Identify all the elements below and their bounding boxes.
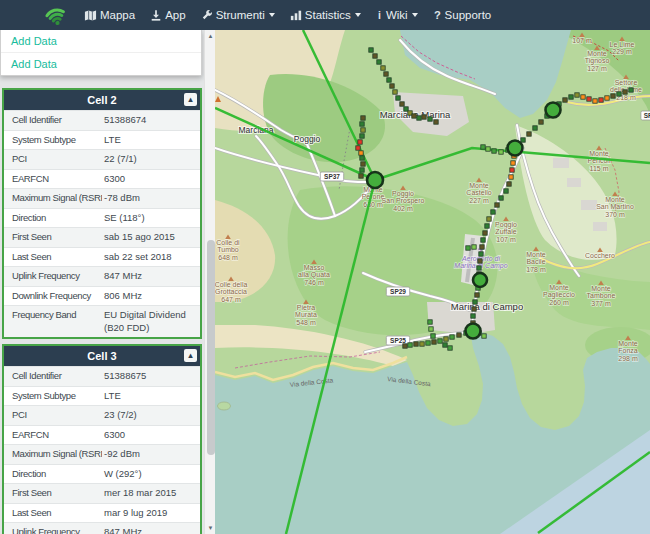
sidebar-scrollbar[interactable]: ▲ ▼ [204, 30, 215, 534]
measurement-square[interactable] [487, 217, 491, 221]
measurement-square[interactable] [429, 327, 433, 331]
measurement-square[interactable] [381, 66, 385, 70]
measurement-square[interactable] [448, 346, 452, 350]
measurement-square[interactable] [359, 151, 363, 155]
measurement-square[interactable] [400, 102, 404, 106]
measurement-square[interactable] [527, 132, 531, 136]
measurement-square[interactable] [475, 293, 479, 297]
measurement-square[interactable] [393, 90, 397, 94]
measurement-square[interactable] [403, 344, 407, 348]
measurement-square[interactable] [361, 116, 365, 120]
measurement-square[interactable] [360, 168, 364, 172]
measurement-square[interactable] [510, 168, 514, 172]
measurement-square[interactable] [471, 314, 475, 318]
measurement-square[interactable] [414, 342, 418, 346]
measurement-square[interactable] [412, 114, 416, 118]
nav-item-mappa[interactable]: Mappa [84, 9, 135, 22]
measurement-square[interactable] [473, 300, 477, 304]
collapse-icon[interactable]: ▴ [184, 93, 197, 106]
measurement-square[interactable] [359, 174, 363, 178]
measurement-square[interactable] [358, 140, 362, 144]
measurement-square[interactable] [587, 97, 591, 101]
measurement-square[interactable] [457, 333, 461, 337]
measurement-square[interactable] [360, 134, 364, 138]
add-data-menu-item[interactable]: Add Data [1, 52, 201, 75]
nav-item-app[interactable]: App [150, 9, 185, 22]
measurement-square[interactable] [521, 138, 525, 142]
scrollbar-thumb[interactable] [207, 240, 215, 455]
measurement-square[interactable] [466, 246, 470, 250]
measurement-square[interactable] [472, 307, 476, 311]
measurement-square[interactable] [443, 343, 447, 347]
measurement-square[interactable] [480, 245, 484, 249]
panel-header[interactable]: Cell 3▴ [4, 346, 200, 366]
cellmapper-logo[interactable] [44, 3, 70, 27]
measurement-square[interactable] [481, 145, 485, 149]
measurement-square[interactable] [390, 84, 394, 88]
measurement-square[interactable] [623, 90, 627, 94]
measurement-square[interactable] [426, 341, 430, 345]
measurement-square[interactable] [356, 146, 360, 150]
measurement-square[interactable] [360, 156, 364, 160]
measurement-square[interactable] [485, 224, 489, 228]
site-marker[interactable] [466, 324, 481, 339]
measurement-square[interactable] [482, 334, 486, 338]
measurement-square[interactable] [611, 94, 615, 98]
measurement-square[interactable] [495, 203, 499, 207]
measurement-square[interactable] [417, 116, 421, 120]
measurement-square[interactable] [504, 189, 508, 193]
measurement-square[interactable] [432, 340, 436, 344]
nav-item-supporto[interactable]: ?Supporto [433, 9, 492, 22]
measurement-square[interactable] [507, 182, 511, 186]
tower-marker[interactable] [367, 172, 383, 188]
measurement-square[interactable] [384, 72, 388, 76]
measurement-square[interactable] [438, 339, 442, 343]
measurement-square[interactable] [478, 259, 482, 263]
collapse-icon[interactable]: ▴ [184, 349, 197, 362]
measurement-square[interactable] [373, 54, 377, 58]
site-marker[interactable] [546, 103, 561, 118]
measurement-square[interactable] [431, 334, 435, 338]
measurement-square[interactable] [377, 60, 381, 64]
add-data-menu-item[interactable]: Add Data [1, 30, 201, 52]
measurement-square[interactable] [420, 342, 424, 346]
measurement-square[interactable] [593, 99, 597, 103]
measurement-square[interactable] [491, 210, 495, 214]
measurement-square[interactable] [428, 320, 432, 324]
measurement-square[interactable] [569, 95, 573, 99]
measurement-square[interactable] [581, 95, 585, 99]
measurement-square[interactable] [387, 78, 391, 82]
measurement-square[interactable] [533, 126, 537, 130]
measurement-square[interactable] [428, 117, 432, 121]
measurement-square[interactable] [486, 147, 490, 151]
measurement-square[interactable] [499, 150, 503, 154]
measurement-square[interactable] [408, 343, 412, 347]
panel-header[interactable]: Cell 2▴ [4, 90, 200, 110]
measurement-square[interactable] [481, 238, 485, 242]
map-pane[interactable]: Via della CostaVia della Costa MontePero… [215, 30, 650, 534]
site-marker[interactable] [508, 141, 523, 156]
measurement-square[interactable] [539, 120, 543, 124]
measurement-square[interactable] [422, 115, 426, 119]
nav-item-wiki[interactable]: iWiki [376, 9, 418, 22]
measurement-square[interactable] [450, 335, 454, 339]
measurement-square[interactable] [499, 196, 503, 200]
measurement-square[interactable] [629, 88, 633, 92]
measurement-square[interactable] [477, 266, 481, 270]
scrollbar-down-icon[interactable]: ▼ [205, 522, 216, 534]
nav-item-strumenti[interactable]: Strumenti [201, 9, 275, 21]
measurement-square[interactable] [563, 98, 567, 102]
measurement-square[interactable] [361, 128, 365, 132]
measurement-square[interactable] [361, 162, 365, 166]
scrollbar-up-icon[interactable]: ▲ [205, 30, 216, 42]
measurement-square[interactable] [434, 120, 438, 124]
measurement-square[interactable] [492, 149, 496, 153]
measurement-square[interactable] [617, 92, 621, 96]
measurement-square[interactable] [605, 96, 609, 100]
site-marker[interactable] [473, 273, 487, 287]
measurement-square[interactable] [396, 96, 400, 100]
measurement-square[interactable] [599, 98, 603, 102]
measurement-square[interactable] [509, 175, 513, 179]
nav-item-statistics[interactable]: Statistics [290, 9, 361, 21]
measurement-square[interactable] [575, 93, 579, 97]
